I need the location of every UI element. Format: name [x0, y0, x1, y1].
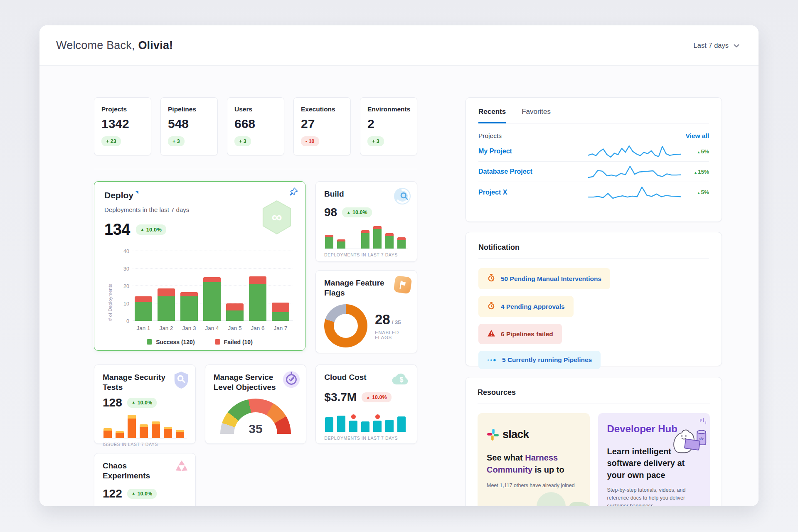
cloud-cost-caption: DEPLOYMENTS IN LAST 7 DAYS: [324, 436, 409, 441]
stat-value: 668: [234, 117, 277, 131]
stat-label: Executions: [301, 106, 343, 113]
project-delta: ▴5%: [682, 189, 709, 195]
deploy-delta-badge: ▲10.0%: [136, 224, 166, 235]
security-count: 128: [103, 396, 122, 409]
stat-card-executions: Executions 27 - 10: [293, 97, 351, 155]
developer-hub-card[interactable]: Developer Hub </>: [598, 413, 710, 506]
welcome-prefix: Welcome Back,: [56, 39, 135, 52]
stat-card-pipelines: Pipelines 548 + 3: [160, 97, 218, 155]
build-module-card[interactable]: Build 98 ▲10.0% DEPLOYMENTS IN LAST 7 DA…: [315, 181, 417, 262]
build-count: 98: [324, 206, 337, 219]
devhub-body: Step-by-step tutorials, videos, and refe…: [607, 486, 695, 506]
stat-card-projects: Projects 1342 + 23: [94, 97, 151, 155]
project-link-database-project[interactable]: Database Project: [478, 168, 532, 175]
svg-text:∞: ∞: [272, 209, 282, 225]
time-range-label: Last 7 days: [694, 42, 729, 49]
project-link-my-project[interactable]: My Project: [478, 148, 512, 155]
pin-icon[interactable]: [289, 187, 298, 198]
deploy-title-row: Deploy: [104, 190, 295, 201]
dashboard-content: Projects 1342 + 23 Pipelines 548 + 3 Use…: [39, 66, 759, 506]
success-swatch: [147, 339, 152, 345]
slo-title: Manage Service Level Objectives: [214, 372, 282, 393]
stat-delta-badge: - 10: [301, 136, 319, 146]
security-title: Manage Security Tests: [103, 372, 169, 393]
flags-total: / 35: [392, 319, 401, 325]
stat-value: 27: [301, 117, 343, 131]
security-tests-module-card[interactable]: Manage Security Tests 128 ▲10.0% ISSUES …: [94, 365, 196, 444]
resources-title: Resources: [478, 388, 710, 397]
stat-label: Pipelines: [168, 106, 210, 113]
notification-pending-interventions[interactable]: 50 Pending Manual Interventions: [478, 268, 610, 289]
welcome-name: Olivia!: [138, 39, 173, 52]
cloud-cost-module-card[interactable]: Cloud Cost $ $3.7M ▲10.0% DEPLOYMENTS IN…: [315, 365, 417, 444]
modules-row-2: Manage Security Tests 128 ▲10.0% ISSUES …: [94, 365, 417, 444]
build-mini-bar-chart: [324, 225, 408, 249]
project-delta: ▴15%: [682, 169, 709, 175]
slack-wordmark: slack: [502, 428, 529, 441]
notification-running-pipelines[interactable]: 5 Currently running Pipelines: [478, 351, 601, 369]
recents-tabs: Recents Favorites: [478, 108, 709, 123]
slack-caption: Meet 1,117 others have already joined: [487, 483, 581, 488]
feature-flags-title: Manage Feature Flags: [324, 278, 391, 298]
project-row: Project X ▴5%: [478, 182, 709, 202]
legend-success-label: Success (120): [156, 339, 195, 345]
chaos-icon: [174, 459, 190, 477]
security-mini-bar-chart: [103, 414, 187, 438]
view-all-link[interactable]: View all: [685, 132, 709, 140]
notification-pipelines-failed[interactable]: 6 Pipelines failed: [478, 324, 562, 344]
slo-module-card[interactable]: Manage Service Level Objectives 35: [205, 365, 307, 444]
security-caption: ISSUES IN LAST 7 DAYS: [103, 442, 187, 447]
project-sparkline: [587, 143, 682, 160]
deployments-bar-chart: # of Deployments010203040Jan 1Jan 2Jan 3…: [133, 251, 293, 331]
chaos-count: 122: [103, 487, 122, 500]
failed-swatch: [215, 339, 220, 345]
security-delta-badge: ▲10.0%: [127, 398, 157, 408]
flags-caption: ENABLED FLAGS: [375, 330, 409, 340]
stat-delta-badge: + 23: [101, 136, 121, 146]
deploy-count: 134: [104, 221, 130, 239]
warning-icon: [487, 329, 495, 339]
projects-section-label: Projects: [478, 132, 502, 140]
cloud-dollar-icon: $: [391, 371, 411, 387]
devhub-illustration-icon: </>: [668, 417, 708, 456]
stats-row: Projects 1342 + 23 Pipelines 548 + 3 Use…: [94, 97, 417, 155]
time-range-dropdown[interactable]: Last 7 days: [694, 42, 739, 49]
legend-failed-label: Failed (10): [224, 339, 253, 345]
timer-icon: [487, 301, 495, 312]
feature-flag-icon: [394, 276, 411, 293]
slack-community-card[interactable]: slack See what Harness Community is up t…: [478, 413, 590, 506]
trend-up-icon: ▲: [132, 401, 135, 404]
resource-cards: slack See what Harness Community is up t…: [478, 413, 710, 506]
enabled-flags-values: 28/ 35 ENABLED FLAGS: [375, 312, 409, 340]
decorative-blob: [569, 502, 590, 506]
recent-projects-list: My Project ▴5% Database Project ▴15% Pro…: [478, 141, 709, 202]
stat-card-users: Users 668 + 3: [227, 97, 284, 155]
dashboard-window: Welcome Back, Olivia! Last 7 days Projec…: [39, 25, 759, 506]
flags-count: 28: [375, 312, 390, 327]
stat-value: 1342: [101, 117, 144, 131]
feature-flags-module-card[interactable]: Manage Feature Flags 28/ 35 ENABLED FLAG…: [315, 270, 417, 353]
project-row: Database Project ▴15%: [478, 162, 709, 182]
notification-panel: Notification 50 Pending Manual Intervent…: [466, 232, 722, 366]
new-indicator-icon: [135, 191, 138, 194]
tab-recents[interactable]: Recents: [478, 108, 506, 123]
stat-delta-badge: + 3: [234, 136, 251, 146]
right-column: Recents Favorites Projects View all My P…: [466, 97, 722, 506]
project-link-project-x[interactable]: Project X: [478, 189, 507, 196]
svg-text:$: $: [400, 376, 404, 383]
notification-pending-approvals[interactable]: 4 Pending Approvals: [478, 296, 574, 317]
chaos-module-card[interactable]: Chaos Experiments 122 ▲10.0%: [94, 453, 196, 506]
project-delta: ▴5%: [682, 148, 709, 155]
chevron-down-icon: [734, 42, 739, 49]
divider: [94, 169, 417, 169]
stat-delta-badge: + 3: [168, 136, 185, 146]
build-delta-badge: ▲10.0%: [342, 207, 372, 217]
build-ci-icon: [394, 187, 411, 207]
deploy-module-card[interactable]: Deploy ∞ Deployments in the last 7 days …: [94, 181, 305, 351]
trend-up-icon: ▴: [697, 150, 699, 154]
trend-up-icon: ▴: [697, 190, 699, 195]
left-column: Projects 1342 + 23 Pipelines 548 + 3 Use…: [94, 97, 417, 506]
stat-delta-badge: + 3: [367, 136, 384, 146]
tab-favorites[interactable]: Favorites: [522, 108, 551, 123]
modules-stack: Build 98 ▲10.0% DEPLOYMENTS IN LAST 7 DA…: [315, 181, 417, 353]
